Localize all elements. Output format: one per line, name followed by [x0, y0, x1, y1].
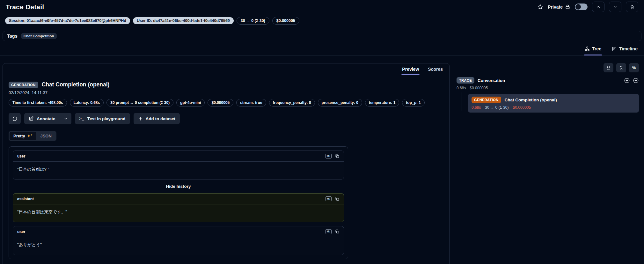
- delete-trace-button[interactable]: [626, 2, 638, 12]
- message-role: user: [17, 230, 25, 234]
- message-content: "ありがとう": [13, 237, 344, 255]
- messages-container: user M↓ "日本の首都は? " Hide history assistan…: [9, 146, 348, 259]
- format-json-option[interactable]: JSON: [36, 132, 55, 140]
- format-toggle: Pretty ✦✦ JSON: [9, 131, 56, 141]
- message-role: user: [17, 154, 25, 158]
- presence-penalty-badge: presence_penalty: 0: [318, 99, 362, 106]
- annotate-button[interactable]: Annotate: [24, 113, 60, 124]
- action-bar: Annotate >_ Test in playground: [9, 113, 443, 124]
- markdown-toggle-icon[interactable]: M↓: [326, 196, 332, 201]
- comment-button[interactable]: [9, 113, 21, 124]
- tab-scores[interactable]: Scores: [427, 63, 443, 75]
- copy-icon[interactable]: [335, 154, 340, 158]
- trash-icon: [630, 4, 635, 10]
- annotate-split-button: Annotate: [24, 113, 71, 124]
- public-toggle[interactable]: [575, 4, 588, 10]
- tree-toolbar: %: [457, 63, 639, 72]
- copy-icon[interactable]: [335, 229, 340, 234]
- trace-name[interactable]: Conversation: [478, 78, 505, 83]
- sparkles-icon: ✦✦: [27, 134, 33, 138]
- tree-connector-line: [462, 92, 462, 111]
- tags-container: Tags Chat Competition: [3, 31, 641, 41]
- hide-history-button[interactable]: Hide history: [13, 184, 344, 189]
- panel-tabs: Preview Scores: [3, 63, 449, 75]
- add-to-dataset-button[interactable]: Add to dataset: [134, 113, 180, 124]
- privacy-control: Private: [548, 4, 570, 10]
- chevron-down-icon: [64, 117, 68, 121]
- trace-latency: 0.68s: [457, 86, 466, 90]
- chevron-down-icon: [613, 4, 618, 9]
- timeline-icon: [611, 46, 617, 51]
- top-p-badge: top_p: 1: [402, 99, 425, 106]
- lock-icon: [565, 4, 570, 10]
- user-id-badge[interactable]: User ID: dc47a41e-06bc-400d-bde1-f0e440d…: [133, 17, 234, 24]
- collapse-vertical-icon: [619, 65, 624, 70]
- token-usage-badge: 30 → 0 (Σ 30): [237, 17, 269, 25]
- tab-timeline[interactable]: Timeline: [611, 44, 638, 55]
- tags-label: Tags: [7, 33, 18, 39]
- frequency-penalty-badge: frequency_penalty: 0: [269, 99, 315, 106]
- tree-icon: [585, 46, 590, 51]
- bookmark-star-button[interactable]: [537, 4, 543, 10]
- playground-label: Test in playground: [87, 116, 126, 121]
- edit-pen-icon: [29, 116, 34, 121]
- markdown-toggle-icon[interactable]: M↓: [326, 154, 332, 158]
- annotate-dropdown-button[interactable]: [60, 113, 71, 124]
- message-card-user-2: user M↓ "ありがとう": [13, 226, 344, 255]
- star-icon: [537, 4, 543, 10]
- tab-tree[interactable]: Tree: [584, 44, 602, 55]
- playground-button[interactable]: >_ Test in playground: [75, 113, 130, 124]
- privacy-label: Private: [548, 4, 563, 10]
- show-metrics-percent-button[interactable]: %: [629, 63, 639, 72]
- collapse-minus-icon[interactable]: [633, 77, 639, 84]
- observation-type-badge: GENERATION: [9, 82, 38, 88]
- message-card-assistant: assistant M↓ "日本の首都は東京です。": [13, 193, 344, 222]
- top-bar: Trace Detail Private: [0, 0, 644, 14]
- generation-tokens: 30 → 0 (Σ 30): [485, 105, 509, 110]
- model-badge[interactable]: gpt-4o-mini: [176, 99, 205, 106]
- cost-badge: $0.000005: [208, 99, 233, 106]
- page-title: Trace Detail: [6, 3, 44, 11]
- trace-cost: $0.000005: [470, 86, 488, 90]
- format-pretty-option[interactable]: Pretty ✦✦: [10, 132, 36, 140]
- trace-tree-sidebar: % TRACE Conversation 0.68s $0.000005: [450, 63, 639, 113]
- next-trace-button[interactable]: [609, 2, 621, 12]
- markdown-toggle-icon[interactable]: M↓: [326, 229, 332, 234]
- prev-trace-button[interactable]: [592, 2, 604, 12]
- content-area: Preview Scores GENERATION Chat Completio…: [0, 55, 644, 263]
- session-badge[interactable]: Session: 01aaacf6-e0fe-457d-a7de-7c1ee08…: [5, 17, 130, 24]
- stream-badge: stream: true: [236, 99, 266, 106]
- generation-node-selected[interactable]: GENERATION Chat Completion (openai) 0.68…: [468, 94, 639, 113]
- copy-icon[interactable]: [335, 196, 340, 201]
- tag-chip[interactable]: Chat Competition: [21, 33, 57, 39]
- observation-panel: Preview Scores GENERATION Chat Completio…: [3, 63, 450, 264]
- ttft-badge: Time to first token: -498.00s: [9, 99, 67, 106]
- observation-title: Chat Completion (openai): [42, 81, 110, 88]
- generation-type-badge: GENERATION: [472, 97, 501, 103]
- generation-cost: $0.000005: [513, 105, 531, 110]
- expand-plus-icon[interactable]: [624, 77, 630, 84]
- cost-badge: $0.000005: [272, 17, 299, 25]
- tab-preview[interactable]: Preview: [401, 63, 420, 75]
- award-icon: [606, 65, 611, 70]
- prompt-completion-badge: 30 prompt → 0 completion (Σ 30): [106, 99, 173, 106]
- add-to-dataset-label: Add to dataset: [146, 116, 176, 121]
- generation-metrics: 0.68s 30 → 0 (Σ 30) $0.000005: [472, 105, 635, 110]
- trace-type-badge: TRACE: [457, 77, 474, 84]
- trace-node[interactable]: TRACE Conversation: [457, 77, 639, 84]
- plus-icon: [138, 116, 143, 121]
- observation-timestamp: 02/12/2024, 14:11:37: [9, 90, 443, 95]
- comment-icon: [12, 116, 18, 121]
- percent-icon: %: [632, 65, 636, 70]
- tab-tree-label: Tree: [592, 46, 602, 51]
- scores-award-button[interactable]: [604, 63, 613, 72]
- pretty-label: Pretty: [13, 134, 25, 138]
- message-card-user-1: user M↓ "日本の首都は? ": [13, 150, 344, 180]
- terminal-icon: >_: [79, 116, 84, 121]
- collapse-all-button[interactable]: [616, 63, 626, 72]
- chevron-up-icon: [596, 4, 601, 9]
- temperature-badge: temperature: 1: [365, 99, 399, 106]
- observation-badges: Time to first token: -498.00s Latency: 0…: [9, 99, 437, 106]
- generation-name: Chat Completion (openai): [505, 98, 557, 102]
- view-tabs: Tree Timeline: [0, 44, 644, 55]
